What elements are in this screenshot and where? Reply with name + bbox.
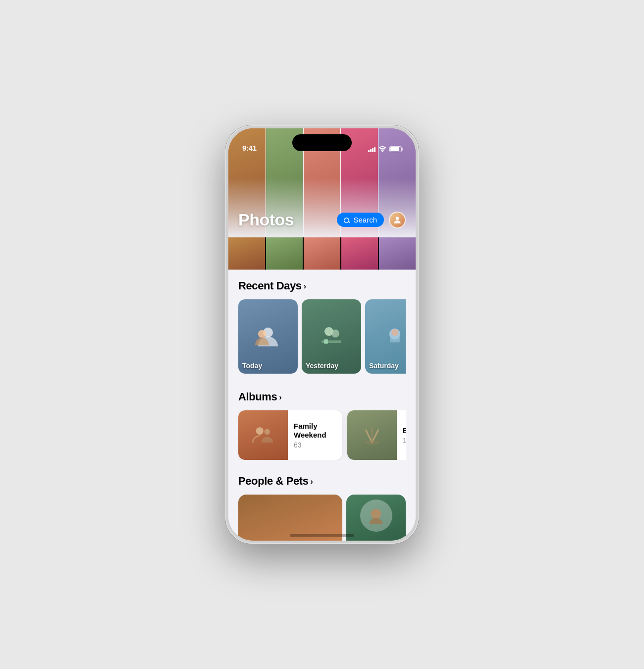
people-pets-section: People & Pets › (228, 465, 416, 541)
status-icons (368, 146, 402, 152)
svg-point-11 (265, 429, 270, 435)
page-title: Photos (238, 210, 294, 229)
strip-photo-3[interactable] (304, 237, 340, 270)
album-info-beach: Beach 159 (397, 410, 406, 460)
header-controls: Photos Search (228, 210, 416, 229)
search-icon (344, 217, 351, 223)
people-pets-chevron-icon: › (311, 477, 313, 486)
wifi-icon (378, 146, 386, 152)
svg-point-9 (391, 329, 398, 336)
avatar[interactable] (389, 212, 406, 228)
recent-days-chevron-icon: › (304, 282, 306, 291)
svg-point-4 (331, 330, 339, 337)
home-indicator (290, 534, 354, 537)
albums-chevron-icon: › (279, 393, 281, 402)
albums-row: Family Weekend 63 (238, 410, 406, 460)
strip-photo-5[interactable] (379, 237, 416, 270)
battery-icon (389, 146, 402, 152)
album-thumb-beach (347, 410, 397, 460)
svg-rect-6 (324, 339, 328, 344)
day-label-saturday: Saturday (369, 362, 399, 370)
albums-header[interactable]: Albums › (238, 390, 406, 403)
recent-days-title: Recent Days (238, 279, 302, 292)
people-pets-title: People & Pets (238, 475, 309, 488)
phone-frame: 9:41 (225, 125, 419, 544)
header-right-controls: Search (337, 212, 406, 228)
status-time: 9:41 (242, 144, 257, 152)
strip-photo-1[interactable] (228, 237, 265, 270)
svg-point-0 (396, 217, 399, 220)
photo-grid-strip (228, 237, 416, 270)
svg-point-15 (365, 440, 379, 444)
album-name-family-weekend: Family Weekend (294, 422, 336, 440)
svg-point-2 (258, 330, 266, 338)
strip-photo-2[interactable] (266, 237, 303, 270)
signal-icon (368, 146, 376, 152)
people-card-amit[interactable]: Amit (346, 495, 406, 541)
albums-title: Albums (238, 390, 277, 403)
search-button[interactable]: Search (337, 213, 384, 227)
album-thumb-family-weekend (238, 410, 288, 460)
albums-section: Albums › (228, 381, 416, 465)
day-thumb-saturday[interactable]: Saturday (365, 299, 406, 374)
day-label-today: Today (242, 362, 262, 370)
album-name-beach: Beach (403, 426, 406, 435)
strip-photo-4[interactable] (341, 237, 378, 270)
svg-rect-8 (390, 336, 400, 342)
recent-days-section: Recent Days › (228, 270, 416, 381)
dynamic-island (292, 134, 352, 151)
day-label-yesterday: Yesterday (306, 362, 338, 370)
people-pets-header[interactable]: People & Pets › (238, 475, 406, 488)
day-thumb-today[interactable]: Today (238, 299, 298, 374)
svg-point-22 (371, 508, 381, 519)
recent-days-header[interactable]: Recent Days › (238, 279, 406, 292)
svg-point-10 (256, 427, 264, 435)
album-count-family-weekend: 63 (294, 441, 336, 449)
album-info-family-weekend: Family Weekend 63 (288, 410, 342, 460)
search-button-label: Search (353, 216, 377, 224)
album-card-family-weekend[interactable]: Family Weekend 63 (238, 410, 342, 460)
scroll-content[interactable]: Recent Days › (228, 237, 416, 541)
album-count-beach: 159 (403, 437, 406, 445)
recent-days-row: Today Yesterday (238, 299, 406, 376)
album-card-beach[interactable]: Beach 159 (347, 410, 406, 460)
day-thumb-yesterday[interactable]: Yesterday (302, 299, 361, 374)
phone-screen: 9:41 (228, 128, 416, 541)
